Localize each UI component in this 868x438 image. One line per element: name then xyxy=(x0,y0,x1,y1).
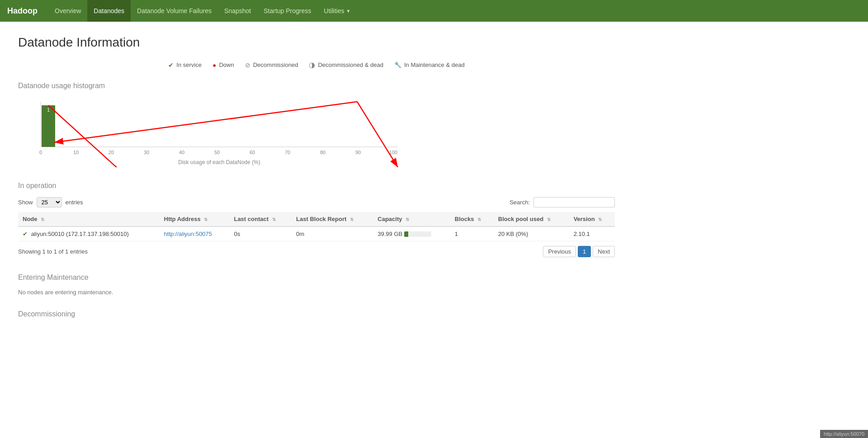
capacity-fill xyxy=(404,231,408,237)
legend-in-service: ✔ In service xyxy=(168,61,202,69)
search-input[interactable] xyxy=(533,197,615,207)
table-header-row: Node ⇅ Http Address ⇅ Last contact ⇅ Las… xyxy=(18,212,615,226)
decommissioning-title: Decommissioning xyxy=(18,310,615,318)
svg-text:80: 80 xyxy=(320,150,326,155)
cell-last-block-report: 0m xyxy=(292,226,373,241)
svg-text:20: 20 xyxy=(108,150,114,155)
entries-select[interactable]: 25 10 50 100 xyxy=(37,197,62,207)
show-label: Show xyxy=(18,199,33,206)
cell-last-contact: 0s xyxy=(229,226,292,241)
nav-snapshot[interactable]: Snapshot xyxy=(218,0,257,22)
svg-text:0: 0 xyxy=(39,150,42,155)
http-address-link[interactable]: http://aliyun:50075 xyxy=(164,231,212,237)
svg-text:60: 60 xyxy=(250,150,255,155)
decommissioned-dead-icon: ◑ xyxy=(309,61,315,69)
in-service-icon: ✔ xyxy=(168,61,174,69)
capacity-bar xyxy=(404,231,431,237)
status-legend: ✔ In service ● Down ⊘ Decommissioned ◑ D… xyxy=(18,61,615,69)
nav-startup-progress[interactable]: Startup Progress xyxy=(257,0,317,22)
blockpool-sort-icon[interactable]: ⇅ xyxy=(547,217,551,222)
col-block-pool-used: Block pool used ⇅ xyxy=(494,212,569,226)
legend-in-service-label: In service xyxy=(176,61,202,68)
table-controls: Show 25 10 50 100 entries Search: xyxy=(18,197,615,207)
svg-text:1: 1 xyxy=(47,107,50,113)
histogram-section: Datanode usage histogram 1 0 10 20 30 40… xyxy=(18,82,615,167)
histogram-chart: 1 0 10 20 30 40 50 60 70 80 90 100 Disk … xyxy=(18,97,407,167)
capacity-sort-icon[interactable]: ⇅ xyxy=(406,217,409,222)
col-capacity: Capacity ⇅ xyxy=(373,212,450,226)
decommissioning-section: Decommissioning xyxy=(18,310,615,318)
lastcontact-sort-icon[interactable]: ⇅ xyxy=(272,217,276,222)
legend-decommissioned-label: Decommissioned xyxy=(253,61,298,68)
nav-utilities[interactable]: Utilities ▼ xyxy=(317,7,357,14)
node-name: aliyun:50010 (172.17.137.198:50010) xyxy=(31,231,129,237)
svg-text:40: 40 xyxy=(179,150,184,155)
lastblockreport-sort-icon[interactable]: ⇅ xyxy=(350,217,354,222)
capacity-label: 39.99 GB xyxy=(377,231,402,237)
page-title: Datanode Information xyxy=(18,35,615,50)
search-box: Search: xyxy=(509,197,615,207)
table-footer: Showing 1 to 1 of 1 entries Previous 1 N… xyxy=(18,246,615,257)
entering-maintenance-title: Entering Maintenance xyxy=(18,273,615,282)
col-node: Node ⇅ xyxy=(18,212,160,226)
previous-button[interactable]: Previous xyxy=(543,246,576,257)
cell-version: 2.10.1 xyxy=(569,226,615,241)
histogram-title: Datanode usage histogram xyxy=(18,82,615,90)
legend-maintenance-dead-label: In Maintenance & dead xyxy=(404,61,465,68)
cell-http-address: http://aliyun:50075 xyxy=(160,226,230,241)
col-last-contact: Last contact ⇅ xyxy=(229,212,292,226)
svg-line-18 xyxy=(54,102,357,142)
col-last-block-report: Last Block Report ⇅ xyxy=(292,212,373,226)
node-sort-icon[interactable]: ⇅ xyxy=(41,217,44,222)
nav-overview[interactable]: Overview xyxy=(48,0,87,22)
page-1-button[interactable]: 1 xyxy=(578,246,591,257)
legend-decommissioned-dead-label: Decommissioned & dead xyxy=(318,61,383,68)
decommissioned-icon: ⊘ xyxy=(245,61,250,69)
entries-label: entries xyxy=(66,199,83,206)
down-icon: ● xyxy=(212,61,216,69)
nav-datanodes[interactable]: Datanodes xyxy=(87,0,131,22)
col-http-address: Http Address ⇅ xyxy=(160,212,230,226)
http-sort-icon[interactable]: ⇅ xyxy=(204,217,208,222)
svg-text:50: 50 xyxy=(214,150,220,155)
legend-down: ● Down xyxy=(212,61,234,69)
capacity-bar-wrap: 39.99 GB xyxy=(377,231,445,237)
svg-text:90: 90 xyxy=(355,150,361,155)
version-sort-icon[interactable]: ⇅ xyxy=(598,217,602,222)
legend-decommissioned: ⊘ Decommissioned xyxy=(245,61,298,69)
node-status-icon: ✔ xyxy=(23,231,28,237)
cell-blocks: 1 xyxy=(450,226,494,241)
brand-logo: Hadoop xyxy=(7,6,38,16)
svg-text:70: 70 xyxy=(285,150,290,155)
in-operation-section: In operation Show 25 10 50 100 entries S… xyxy=(18,182,615,257)
cell-block-pool-used: 20 KB (0%) xyxy=(494,226,569,241)
cell-node: ✔ aliyun:50010 (172.17.137.198:50010) xyxy=(18,226,160,241)
table-row: ✔ aliyun:50010 (172.17.137.198:50010) ht… xyxy=(18,226,615,241)
svg-text:Disk usage of each DataNode (%: Disk usage of each DataNode (%) xyxy=(178,159,260,165)
search-label: Search: xyxy=(509,199,530,206)
legend-maintenance-dead: 🔧 In Maintenance & dead xyxy=(394,61,465,68)
pagination: Previous 1 Next xyxy=(543,246,615,257)
svg-text:30: 30 xyxy=(144,150,149,155)
cell-capacity: 39.99 GB xyxy=(373,226,450,241)
datanodes-table: Node ⇅ Http Address ⇅ Last contact ⇅ Las… xyxy=(18,212,615,241)
showing-entries-text: Showing 1 to 1 of 1 entries xyxy=(18,248,88,255)
legend-decommissioned-dead: ◑ Decommissioned & dead xyxy=(309,61,383,69)
blocks-sort-icon[interactable]: ⇅ xyxy=(477,217,481,222)
col-version: Version ⇅ xyxy=(569,212,615,226)
legend-down-label: Down xyxy=(219,61,234,68)
top-nav: Hadoop Overview Datanodes Datanode Volum… xyxy=(0,0,868,22)
svg-text:10: 10 xyxy=(73,150,79,155)
entering-maintenance-section: Entering Maintenance No nodes are enteri… xyxy=(18,273,615,296)
svg-line-19 xyxy=(357,102,398,167)
no-nodes-text: No nodes are entering maintenance. xyxy=(18,289,615,296)
in-operation-title: In operation xyxy=(18,182,615,190)
next-button[interactable]: Next xyxy=(593,246,615,257)
maintenance-dead-icon: 🔧 xyxy=(394,61,401,68)
nav-datanode-volume-failures[interactable]: Datanode Volume Failures xyxy=(131,0,218,22)
show-entries: Show 25 10 50 100 entries xyxy=(18,197,83,207)
col-blocks: Blocks ⇅ xyxy=(450,212,494,226)
